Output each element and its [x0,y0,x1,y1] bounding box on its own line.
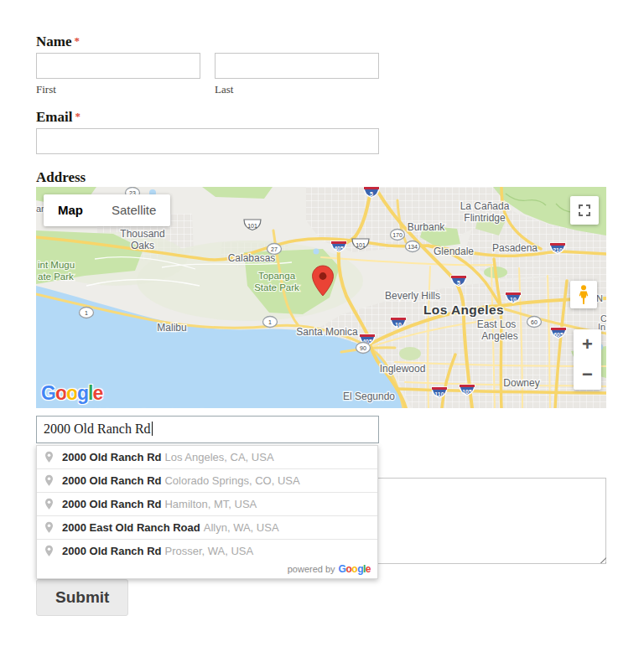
map-type-map-button[interactable]: Map [44,194,97,226]
email-field-label: Email* [36,109,80,126]
route-shield: 170 [391,230,405,241]
suggestion-main-text: 2000 Old Ranch Rd [62,474,161,487]
location-pin-icon [44,521,54,534]
map-label: Beverly Hills [385,290,440,302]
map-label: Topanga [258,271,296,281]
map-label: State Park [254,282,299,292]
address-autocomplete-dropdown: 2000 Old Ranch RdLos Angeles, CA, USA 20… [36,445,378,579]
first-name-input[interactable] [36,53,200,79]
text-caret [152,422,153,436]
svg-text:134: 134 [408,244,418,250]
street-view-pegman-button[interactable] [570,281,597,308]
page: { "form": { "name_label": "Name", "requi… [0,0,644,652]
suggestion-secondary-text: Allyn, WA, USA [204,521,279,534]
first-sublabel: First [36,83,56,96]
map-label: Thousand [120,228,164,240]
address-label-text: Address [36,169,86,185]
svg-text:110: 110 [434,391,444,397]
svg-text:101: 101 [247,223,257,229]
address-search-input[interactable]: 2000 Old Ranch Rd [36,416,379,443]
map-type-satellite-button[interactable]: Satellite [97,194,170,226]
svg-text:101: 101 [356,242,366,248]
suggestion-main-text: 2000 Old Ranch Rd [62,545,161,557]
route-shield: 90 [356,343,371,354]
powered-by-google: powered by Google [37,562,377,578]
location-pin-icon [44,474,54,487]
suggestion-secondary-text: Prosser, WA, USA [164,545,253,557]
google-logo[interactable]: Google [41,382,102,405]
pegman-icon [578,285,589,305]
route-shield: 1 [263,317,278,328]
map-label: Glendale [434,246,474,257]
fullscreen-icon [578,204,591,217]
map-label: Oaks [131,240,154,251]
zoom-control: + − [574,329,601,390]
submit-button[interactable]: Submit [36,579,128,616]
svg-text:105: 105 [462,389,472,395]
map-label: Inglewood [380,363,426,375]
svg-text:1: 1 [85,310,88,316]
map-label: Santa Monica [296,326,358,338]
svg-text:10: 10 [395,322,402,328]
last-name-input[interactable] [215,53,379,79]
zoom-in-button[interactable]: + [574,329,601,360]
google-wordmark: Google [339,563,371,575]
zoom-out-button[interactable]: − [574,360,601,390]
last-sublabel: Last [215,83,233,96]
name-label-text: Name [36,34,71,49]
route-shield: 1 [80,308,94,318]
suggestion-secondary-text: Colorado Springs, CO, USA [164,474,299,487]
required-asterisk: * [74,34,80,47]
map-label: East Los [477,318,517,330]
svg-text:405: 405 [334,246,344,251]
svg-text:60: 60 [531,319,538,325]
map-label: El Segundo [343,391,395,402]
map-label: Downey [503,377,539,389]
autocomplete-suggestion[interactable]: 2000 East Old Ranch RoadAllyn, WA, USA [37,515,377,539]
map-label: int Mugu [38,260,75,270]
map-label: Angeles [481,330,517,342]
map-label: Burbank [408,221,446,233]
svg-text:5: 5 [370,191,373,197]
location-pin-icon [44,498,54,510]
map-label: Malibu [157,322,186,334]
route-shield: 134 [406,241,420,252]
map-type-control: Map Satellite [44,194,170,226]
suggestion-main-text: 2000 Old Ranch Rd [62,451,161,463]
svg-text:605: 605 [553,332,564,338]
svg-text:10: 10 [510,297,517,303]
address-input-value: 2000 Old Ranch Rd [44,422,151,436]
autocomplete-suggestion[interactable]: 2000 Old Ranch RdProsser, WA, USA [37,539,377,562]
required-asterisk: * [75,110,80,122]
location-pin-icon [44,545,54,557]
svg-text:210: 210 [553,247,563,253]
fullscreen-button[interactable] [570,196,599,225]
email-input[interactable] [36,128,379,154]
map-label: N [596,293,603,303]
autocomplete-items: 2000 Old Ranch RdLos Angeles, CA, USA 20… [37,446,377,562]
suggestion-secondary-text: Los Angeles, CA, USA [164,451,273,463]
svg-text:90: 90 [360,345,366,351]
map-label: Calabasas [228,252,276,264]
suggestion-main-text: 2000 East Old Ranch Road [62,521,200,534]
svg-text:170: 170 [392,232,402,238]
powered-by-text: powered by [288,564,335,574]
route-shield: 60 [527,317,542,328]
svg-text:5: 5 [457,280,460,286]
address-field-label: Address [36,169,86,186]
location-pin-icon [44,451,54,463]
email-label-text: Email [36,109,72,125]
suggestion-secondary-text: Hamilton, MT, USA [164,498,257,510]
suggestion-main-text: 2000 Old Ranch Rd [62,498,161,510]
map-label: Flintridge [464,212,506,224]
map-label: Los Angeles [423,303,504,317]
autocomplete-suggestion[interactable]: 2000 Old Ranch RdHamilton, MT, USA [37,492,377,515]
name-field-label: Name* [36,34,80,50]
svg-text:27: 27 [271,246,278,252]
autocomplete-suggestion[interactable]: 2000 Old Ranch RdColorado Springs, CO, U… [37,468,377,492]
google-map[interactable]: 23 101 27 405 101 170 134 5 5 [36,187,606,408]
autocomplete-suggestion[interactable]: 2000 Old Ranch RdLos Angeles, CA, USA [37,446,377,468]
map-label: ate Park [38,272,74,282]
map-label: Pasadena [492,242,538,254]
svg-text:1: 1 [268,319,272,325]
